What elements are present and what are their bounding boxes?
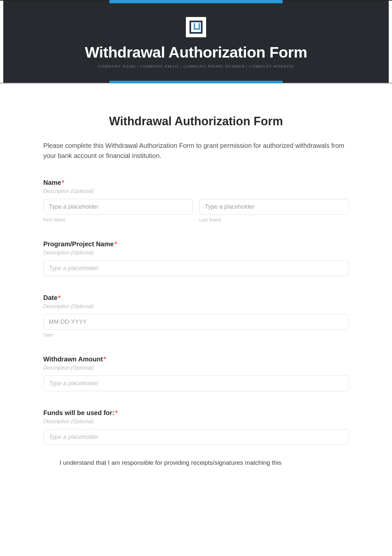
label-amount-text: Withdrawn Amount [43, 356, 103, 363]
required-asterisk: * [62, 179, 64, 186]
field-program: Program/Project Name* Description (Optio… [43, 240, 349, 276]
sublabel-date: Date [43, 332, 349, 338]
accent-bar-bottom [109, 81, 283, 83]
hero-subtitle: COMPANY NAME | COMPANY EMAIL | COMPANY P… [3, 64, 389, 69]
required-asterisk: * [114, 240, 117, 248]
program-input[interactable] [43, 260, 349, 276]
desc-amount: Description (Optional) [43, 365, 349, 371]
first-name-input[interactable] [43, 199, 193, 215]
label-amount: Withdrawn Amount* [43, 356, 349, 363]
last-name-input[interactable] [199, 199, 349, 215]
hero-banner: Withdrawal Authorization Form COMPANY NA… [0, 0, 392, 83]
intro-text: Please complete this Withdrawal Authoriz… [43, 141, 349, 161]
date-input[interactable] [43, 314, 349, 330]
required-asterisk: * [104, 356, 106, 363]
hero-title: Withdrawal Authorization Form [3, 43, 389, 61]
desc-date: Description (Optional) [43, 304, 349, 309]
form-body: Withdrawal Authorization Form Please com… [43, 83, 349, 468]
required-asterisk: * [58, 294, 61, 301]
company-logo-icon [186, 17, 206, 37]
page-title: Withdrawal Authorization Form [43, 114, 349, 128]
desc-usedfor: Description (Optional) [43, 419, 349, 425]
label-program-text: Program/Project Name [43, 240, 114, 248]
accent-bar-top [109, 0, 283, 3]
label-name-text: Name [43, 179, 61, 186]
label-date: Date* [43, 294, 349, 302]
usedfor-input[interactable] [43, 429, 349, 445]
disclaimer-text: I understand that I am responsible for p… [43, 458, 349, 468]
field-date: Date* Description (Optional) Date [43, 294, 349, 338]
label-program: Program/Project Name* [43, 240, 349, 248]
desc-program: Description (Optional) [43, 250, 349, 256]
field-name: Name* Description (Optional) First Name … [43, 179, 349, 222]
label-name: Name* [43, 179, 349, 186]
field-amount: Withdrawn Amount* Description (Optional) [43, 356, 349, 391]
label-usedfor-text: Funds will be used for: [43, 409, 115, 416]
amount-input[interactable] [43, 375, 349, 391]
label-date-text: Date [43, 294, 57, 301]
desc-name: Description (Optional) [43, 188, 349, 194]
sublabel-last-name: Last Name [199, 217, 349, 222]
sublabel-first-name: First Name [43, 217, 193, 222]
field-usedfor: Funds will be used for:* Description (Op… [43, 409, 349, 445]
label-usedfor: Funds will be used for:* [43, 409, 349, 417]
required-asterisk: * [115, 409, 118, 416]
